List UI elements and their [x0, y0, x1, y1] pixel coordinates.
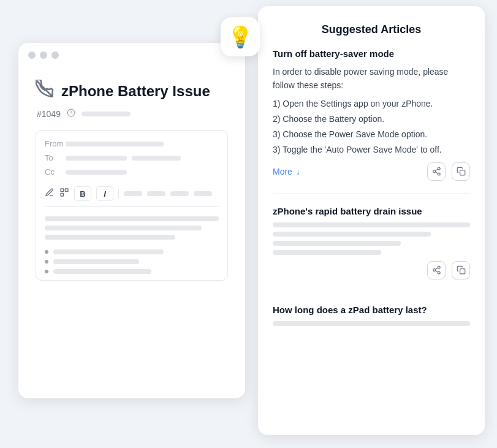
article-1-step-3: 3) Choose the Power Save Mode option.: [273, 128, 470, 141]
article-1-footer: More ↓: [273, 162, 470, 181]
share-button-2[interactable]: [427, 261, 446, 279]
svg-line-9: [435, 169, 438, 170]
article-2-snippet: [273, 222, 470, 255]
article-item-1: Turn off battery-saver mode In order to …: [273, 48, 470, 194]
editor-toolbar: B I: [45, 181, 219, 207]
clock-icon: [67, 108, 75, 119]
svg-point-7: [438, 173, 440, 175]
svg-line-14: [435, 271, 438, 272]
from-value-bar: [66, 142, 164, 146]
copy-button-1[interactable]: [452, 162, 470, 181]
svg-line-8: [435, 172, 438, 173]
copy-button-2[interactable]: [452, 261, 470, 279]
article-1-actions: [427, 162, 470, 181]
meta-time-bar: [82, 112, 131, 116]
article-1-step-2: 2) Choose the Battery option.: [273, 113, 470, 126]
article-1-intro: In order to disable power saving mode, p…: [273, 65, 470, 93]
article-3-snippet: [273, 321, 470, 326]
link-icon[interactable]: [59, 188, 69, 200]
svg-point-5: [438, 168, 440, 170]
article-2-heading: zPhone's rapid battery drain issue: [273, 206, 470, 216]
dot-green: [51, 51, 59, 59]
browser-chrome: [18, 43, 69, 67]
cc-field: Cc: [45, 167, 219, 177]
ticket-meta: #1049: [37, 108, 228, 119]
compose-area: From To Cc: [36, 130, 228, 281]
svg-point-13: [438, 271, 440, 274]
to-bars: [66, 156, 181, 161]
article-item-2: zPhone's rapid battery drain issue: [273, 206, 470, 292]
article-2-footer: [273, 261, 470, 279]
share-button-1[interactable]: [427, 162, 446, 181]
more-link[interactable]: More ↓: [273, 167, 300, 177]
svg-point-6: [433, 170, 435, 173]
article-3-heading: How long does a zPad battery last?: [273, 305, 470, 315]
color-bar-4: [194, 191, 212, 196]
articles-panel: Suggested Articles Turn off battery-save…: [258, 6, 485, 435]
pen-icon[interactable]: [45, 188, 55, 200]
ticket-id: #1049: [37, 109, 61, 119]
article-1-step-1: 1) Open the Settings app on your zPhone.: [273, 97, 470, 110]
svg-point-12: [433, 269, 435, 271]
bullet-list: [45, 249, 219, 274]
bold-button[interactable]: B: [74, 186, 91, 201]
svg-point-11: [438, 267, 440, 269]
color-bar-1: [124, 191, 142, 196]
svg-rect-16: [460, 269, 465, 274]
down-arrow-icon: ↓: [296, 167, 300, 177]
cc-value-bar: [66, 170, 127, 175]
phone-icon: [36, 80, 54, 102]
bullet-item-3: [45, 269, 219, 274]
article-item-3: How long does a zPad battery last?: [273, 305, 470, 338]
articles-panel-title: Suggested Articles: [273, 23, 470, 36]
ticket-header: zPhone Battery Issue: [36, 80, 228, 102]
article-2-actions: [427, 261, 470, 279]
to-label: To: [45, 153, 59, 162]
cc-label: Cc: [45, 167, 59, 177]
to-field: To: [45, 153, 219, 162]
bullet-item-1: [45, 249, 219, 254]
body-text-bars: [45, 213, 219, 243]
svg-rect-2: [61, 189, 64, 192]
lightbulb-badge: 💡: [221, 17, 260, 56]
dot-yellow: [40, 51, 47, 59]
article-1-step-4: 3) Toggle the 'Auto Power Save Mode' to …: [273, 143, 470, 156]
italic-button[interactable]: I: [96, 186, 113, 201]
article-1-heading: Turn off battery-saver mode: [273, 48, 470, 59]
more-label: More: [273, 167, 292, 177]
svg-rect-4: [61, 193, 64, 196]
svg-line-15: [435, 268, 438, 269]
bullet-item-2: [45, 259, 219, 264]
ticket-title: zPhone Battery Issue: [61, 83, 210, 100]
toolbar-divider: [118, 189, 119, 199]
lightbulb-icon: 💡: [227, 25, 253, 49]
from-field: From: [45, 139, 219, 148]
ticket-card: zPhone Battery Issue #1049 From To Cc: [18, 43, 245, 398]
from-label: From: [45, 139, 59, 148]
dot-red: [28, 51, 36, 59]
color-bar-2: [147, 191, 165, 196]
svg-rect-10: [460, 170, 465, 175]
svg-rect-3: [65, 189, 68, 192]
color-bar-3: [170, 191, 189, 196]
